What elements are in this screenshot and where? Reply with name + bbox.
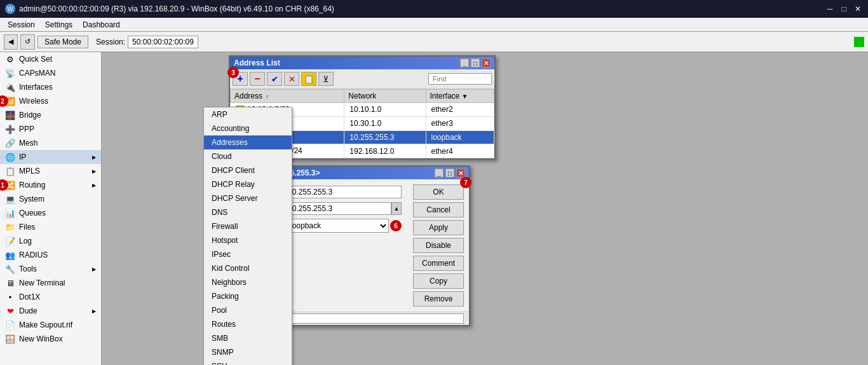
status-input[interactable] bbox=[265, 313, 464, 324]
close-button[interactable]: ✕ bbox=[853, 4, 863, 14]
sidebar-item-radius[interactable]: 👥 RADIUS bbox=[0, 248, 101, 262]
sidebar-item-ppp[interactable]: ➕ PPP bbox=[0, 122, 101, 136]
address-list-title: Address List bbox=[234, 59, 280, 67]
menu-dashboard[interactable]: Dashboard bbox=[78, 19, 125, 31]
menu-settings[interactable]: Settings bbox=[40, 19, 78, 31]
address-list-minimize[interactable]: _ bbox=[460, 59, 469, 67]
sidebar-item-queues[interactable]: 📊 Queues bbox=[0, 206, 101, 220]
sidebar-label-tools: Tools bbox=[19, 265, 37, 273]
submenu-neighbors[interactable]: Neighbors bbox=[204, 275, 292, 289]
comment-button[interactable]: Comment bbox=[413, 256, 464, 271]
sidebar-item-mpls[interactable]: 📋 MPLS bbox=[0, 164, 101, 178]
sidebar-item-capsman[interactable]: 📡 CAPsMAN bbox=[0, 66, 101, 80]
network-input[interactable] bbox=[285, 202, 391, 215]
disable-button-detail[interactable]: Disable bbox=[413, 238, 464, 253]
remove-button-detail[interactable]: Remove bbox=[413, 291, 464, 306]
sidebar-item-interfaces[interactable]: 🔌 Interfaces bbox=[0, 80, 101, 94]
interface-select[interactable]: loopback bbox=[285, 219, 389, 233]
address-list-close[interactable]: ✕ bbox=[482, 59, 491, 67]
copy-button-detail[interactable]: Copy bbox=[413, 273, 464, 289]
sidebar-item-system[interactable]: 💻 System bbox=[0, 192, 101, 206]
submenu-routes[interactable]: Routes bbox=[204, 317, 292, 331]
submenu-smb[interactable]: SMB bbox=[204, 331, 292, 345]
safe-mode-button[interactable]: Safe Mode bbox=[37, 36, 88, 48]
detail-maximize[interactable]: □ bbox=[445, 169, 454, 177]
sidebar-item-bridge[interactable]: 🌉 Bridge bbox=[0, 108, 101, 122]
sidebar-item-ip[interactable]: 🌐 IP bbox=[0, 150, 101, 164]
address-detail-controls: _ □ ✕ bbox=[435, 169, 465, 177]
badge-7: 7 bbox=[460, 177, 471, 188]
sidebar-label-wireless: Wireless bbox=[19, 97, 48, 106]
app-icon: W bbox=[5, 4, 15, 14]
submenu-ipsec[interactable]: IPsec bbox=[204, 247, 292, 261]
sidebar-item-tools[interactable]: 🔧 Tools bbox=[0, 262, 101, 276]
address-list-maximize[interactable]: □ bbox=[471, 59, 480, 67]
ip-submenu: ARP Accounting Addresses Cloud DHCP Clie… bbox=[203, 107, 292, 365]
find-input[interactable] bbox=[428, 73, 492, 85]
cell-interface: loopback bbox=[426, 130, 494, 144]
submenu-cloud[interactable]: Cloud bbox=[204, 149, 292, 163]
address-input[interactable] bbox=[285, 186, 402, 198]
disable-button[interactable]: ✕ bbox=[284, 72, 299, 86]
col-network: Network bbox=[344, 90, 426, 103]
sidebar-item-wireless[interactable]: 2 📶 Wireless bbox=[0, 94, 101, 108]
menu-bar: Session Settings Dashboard bbox=[0, 18, 868, 32]
ppp-icon: ➕ bbox=[5, 124, 15, 134]
sidebar-label-queues: Queues bbox=[19, 209, 46, 217]
submenu-packing[interactable]: Packing bbox=[204, 289, 292, 303]
submenu-arp[interactable]: ARP bbox=[204, 107, 292, 121]
submenu-ssh[interactable]: SSH bbox=[204, 359, 292, 365]
submenu-dhcp-client[interactable]: DHCP Client bbox=[204, 163, 292, 177]
main-layout: ⚙ Quick Set 📡 CAPsMAN 🔌 Interfaces 2 📶 W… bbox=[0, 52, 868, 365]
detail-close[interactable]: ✕ bbox=[456, 169, 465, 177]
badge-6: 6 bbox=[390, 220, 402, 231]
log-icon: 📝 bbox=[5, 236, 15, 246]
enable-button[interactable]: ✔ bbox=[267, 72, 282, 86]
detail-minimize[interactable]: _ bbox=[435, 169, 444, 177]
refresh-button[interactable]: ↺ bbox=[20, 34, 35, 50]
sidebar-label-files: Files bbox=[19, 223, 35, 231]
badge-3: 3 bbox=[227, 67, 239, 78]
submenu-dhcp-server[interactable]: DHCP Server bbox=[204, 191, 292, 205]
back-button[interactable]: ◀ bbox=[4, 34, 18, 50]
submenu-snmp[interactable]: SNMP bbox=[204, 345, 292, 359]
filter-button[interactable]: ⊻ bbox=[318, 72, 334, 86]
sidebar-item-quick-set[interactable]: ⚙ Quick Set bbox=[0, 52, 101, 66]
cell-interface: ether3 bbox=[426, 116, 494, 130]
network-up-button[interactable]: ▲ bbox=[391, 202, 402, 215]
sidebar-item-mesh[interactable]: 🔗 Mesh bbox=[0, 136, 101, 150]
submenu-firewall[interactable]: Firewall bbox=[204, 219, 292, 233]
sidebar-item-new-terminal[interactable]: 🖥 New Terminal bbox=[0, 276, 101, 290]
interfaces-icon: 🔌 bbox=[5, 82, 15, 92]
session-value: 50:00:00:02:00:09 bbox=[128, 36, 198, 48]
sidebar-item-new-winbox[interactable]: 🪟 New WinBox bbox=[0, 332, 101, 346]
sidebar-item-make-supout[interactable]: 📄 Make Supout.rif bbox=[0, 318, 101, 332]
cell-network: 10.255.255.3 bbox=[344, 130, 426, 144]
sidebar-item-dude[interactable]: ❤ Dude bbox=[0, 304, 101, 318]
submenu-dhcp-relay[interactable]: DHCP Relay bbox=[204, 177, 292, 191]
minimize-button[interactable]: ─ bbox=[825, 4, 835, 14]
sidebar-item-dot1x[interactable]: • Dot1X bbox=[0, 290, 101, 304]
submenu-kid-control[interactable]: Kid Control bbox=[204, 261, 292, 275]
cancel-button[interactable]: Cancel bbox=[413, 202, 464, 217]
sidebar-item-log[interactable]: 📝 Log bbox=[0, 234, 101, 248]
sidebar-item-files[interactable]: 📁 Files bbox=[0, 220, 101, 234]
remove-button[interactable]: − bbox=[250, 72, 265, 86]
sidebar-label-make-supout: Make Supout.rif bbox=[19, 320, 72, 329]
copy-button[interactable]: 📋 bbox=[301, 72, 316, 86]
ok-button[interactable]: OK bbox=[413, 184, 464, 200]
submenu-dns[interactable]: DNS bbox=[204, 205, 292, 219]
menu-session[interactable]: Session bbox=[3, 19, 40, 31]
submenu-accounting[interactable]: Accounting bbox=[204, 121, 292, 135]
apply-button[interactable]: Apply bbox=[413, 220, 464, 235]
submenu-hotspot[interactable]: Hotspot bbox=[204, 233, 292, 247]
submenu-addresses[interactable]: Addresses bbox=[204, 135, 292, 149]
dot1x-icon: • bbox=[5, 292, 15, 302]
maximize-button[interactable]: □ bbox=[839, 4, 849, 14]
submenu-pool[interactable]: Pool bbox=[204, 303, 292, 317]
sidebar-label-new-winbox: New WinBox bbox=[19, 334, 63, 343]
ip-icon: 🌐 bbox=[5, 152, 15, 162]
cell-interface: ether2 bbox=[426, 103, 494, 117]
sidebar-item-routing[interactable]: 1 🔀 Routing bbox=[0, 178, 101, 192]
col-address: Address ↑ bbox=[231, 90, 344, 103]
